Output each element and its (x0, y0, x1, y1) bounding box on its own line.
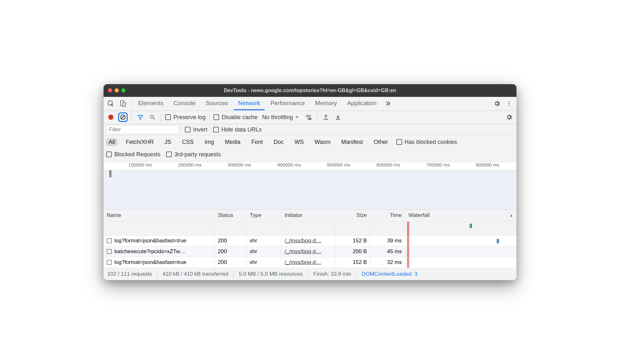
tab-performance[interactable]: Performance (266, 97, 309, 110)
row-initiator[interactable]: /_/mss/boq-d… (285, 248, 321, 255)
record-button[interactable] (106, 112, 116, 122)
throttling-select[interactable]: No throttling (260, 114, 301, 121)
row-status: 200 (215, 246, 246, 257)
table-row[interactable]: log?format=json&hasfast=true 200 xhr /_/… (104, 236, 516, 246)
window-minimize-button[interactable] (115, 88, 119, 92)
col-status[interactable]: Status (215, 210, 246, 221)
file-icon (107, 238, 112, 243)
checkbox-icon (185, 127, 191, 132)
row-size: 200 B (335, 246, 370, 257)
svg-rect-12 (324, 119, 328, 120)
export-har-icon[interactable] (333, 112, 343, 122)
table-row[interactable]: batchexecute?rpcids=xZTw… 200 xhr /_/mss… (104, 246, 516, 257)
timeline-overview[interactable]: 100000 ms 200000 ms 300000 ms 400000 ms … (104, 162, 516, 210)
filter-font[interactable]: Font (249, 138, 265, 146)
tab-console[interactable]: Console (169, 97, 200, 110)
inspect-element-icon[interactable] (105, 98, 116, 109)
has-blocked-cookies-checkbox[interactable]: Has blocked cookies (396, 139, 457, 145)
row-name: log?format=json&hasfast=true (114, 259, 186, 266)
filter-img[interactable]: Img (202, 138, 217, 146)
waterfall-load-line (408, 222, 409, 235)
row-type: xhr (246, 236, 281, 246)
tab-network[interactable]: Network (234, 97, 265, 110)
col-waterfall[interactable]: Waterfall ▲ (405, 210, 516, 221)
waterfall-dcl-line (407, 257, 408, 268)
third-party-checkbox[interactable]: 3rd-party requests (166, 151, 221, 158)
divider (157, 271, 158, 278)
device-toolbar-icon[interactable] (118, 98, 128, 109)
col-name[interactable]: Name (104, 210, 215, 221)
svg-point-5 (509, 105, 509, 106)
divider (209, 113, 210, 121)
titlebar: DevTools - news.google.com/topstories?hl… (104, 84, 516, 97)
hide-data-urls-checkbox[interactable]: Hide data URLs (213, 126, 262, 133)
filter-input[interactable]: Filter (106, 125, 179, 134)
checkbox-icon (213, 114, 219, 120)
settings-gear-icon[interactable] (492, 98, 502, 109)
filter-icon[interactable] (136, 112, 145, 122)
status-finish: Finish: 10.9 min (313, 271, 351, 277)
kebab-menu-icon[interactable] (504, 98, 515, 109)
filter-fetch[interactable]: Fetch/XHR (123, 138, 156, 146)
search-icon[interactable] (148, 112, 157, 122)
filter-media[interactable]: Media (222, 138, 243, 146)
table-header: Name Status Type Initiator Size Time Wat… (104, 210, 516, 222)
tab-memory[interactable]: Memory (311, 97, 341, 110)
tab-elements[interactable]: Elements (134, 97, 168, 110)
row-status: 200 (215, 257, 246, 268)
network-conditions-icon[interactable] (304, 112, 313, 122)
row-initiator[interactable]: /_/mss/boq-d… (285, 259, 321, 266)
row-name: log?format=json&hasfast=true (114, 238, 186, 244)
filter-js[interactable]: JS (162, 138, 174, 146)
timeline-body (104, 170, 516, 210)
tab-application[interactable]: Application (343, 97, 381, 110)
network-toolbar: Preserve log Disable cache No throttling (104, 111, 516, 124)
ruler-tick: 200000 ms (153, 162, 203, 170)
network-settings-gear-icon[interactable] (504, 112, 514, 122)
checkbox-icon (165, 114, 171, 120)
table-row[interactable]: log?format=json&hasfast=true 200 xhr /_/… (104, 257, 516, 268)
sort-indicator-icon: ▲ (509, 213, 513, 218)
col-initiator[interactable]: Initiator (281, 210, 335, 221)
window-zoom-button[interactable] (121, 88, 125, 92)
has-blocked-cookies-label: Has blocked cookies (405, 139, 457, 145)
clear-button[interactable] (118, 112, 128, 122)
svg-point-3 (509, 101, 509, 102)
ruler-tick: 600000 ms (352, 162, 401, 170)
filter-all[interactable]: All (106, 138, 118, 146)
ruler-tick: 500000 ms (302, 162, 352, 170)
filter-wasm[interactable]: Wasm (312, 138, 333, 146)
disable-cache-checkbox[interactable]: Disable cache (213, 114, 258, 121)
divider (308, 271, 308, 278)
waterfall-dcl-line (407, 246, 408, 257)
filter-ws[interactable]: WS (292, 138, 306, 146)
waterfall-dcl-line (407, 222, 408, 235)
filter-css[interactable]: CSS (179, 138, 196, 146)
blocked-requests-checkbox[interactable]: Blocked Requests (106, 151, 160, 158)
status-domcontentloaded[interactable]: DOMContentLoaded: 3 (362, 271, 417, 277)
ruler-tick: 400000 ms (253, 162, 302, 170)
import-har-icon[interactable] (321, 112, 331, 122)
preserve-log-checkbox[interactable]: Preserve log (165, 114, 206, 121)
checkbox-icon (213, 127, 219, 132)
file-icon (107, 260, 112, 265)
invert-label: Invert (193, 126, 207, 133)
traffic-lights (108, 88, 125, 92)
filter-doc[interactable]: Doc (271, 138, 286, 146)
invert-checkbox[interactable]: Invert (185, 126, 207, 133)
filter-other[interactable]: Other (371, 138, 391, 146)
window-close-button[interactable] (108, 88, 112, 92)
throttling-value: No throttling (262, 114, 293, 121)
more-tabs-icon[interactable] (382, 98, 393, 109)
col-time[interactable]: Time (370, 210, 405, 221)
row-time: 39 ms (370, 236, 405, 246)
row-initiator[interactable]: /_/mss/boq-d… (285, 238, 321, 244)
col-type[interactable]: Type (246, 210, 281, 221)
devtools-tabbar: Elements Console Sources Network Perform… (104, 97, 516, 111)
tab-sources[interactable]: Sources (201, 97, 232, 110)
preserve-log-label: Preserve log (173, 114, 206, 121)
ruler-tick: 300000 ms (203, 162, 253, 170)
col-size[interactable]: Size (335, 210, 370, 221)
filter-manifest[interactable]: Manifest (339, 138, 366, 146)
divider (131, 113, 132, 121)
